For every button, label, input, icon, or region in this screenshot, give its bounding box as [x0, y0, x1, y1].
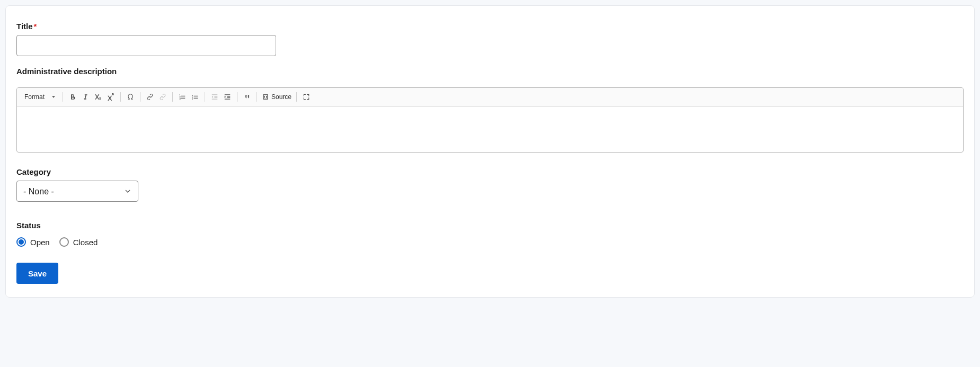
subscript-button[interactable]: [92, 91, 104, 103]
save-button[interactable]: Save: [16, 263, 58, 284]
description-label: Administrative description: [16, 67, 117, 76]
separator: [237, 92, 237, 102]
separator: [296, 92, 297, 102]
separator: [63, 92, 63, 102]
category-select[interactable]: - None -: [16, 181, 138, 202]
unlink-button[interactable]: [156, 91, 169, 103]
ordered-list-icon: [179, 93, 186, 101]
chevron-down-icon: [52, 96, 55, 98]
status-closed-radio[interactable]: Closed: [59, 237, 98, 247]
rich-text-editor: Format: [16, 87, 964, 153]
link-icon: [146, 93, 154, 101]
rte-toolbar: Format: [17, 88, 963, 106]
required-marker: *: [34, 22, 37, 31]
bold-icon: [69, 93, 76, 101]
ordered-list-button[interactable]: [176, 91, 189, 103]
special-char-button[interactable]: [124, 91, 137, 103]
indent-button[interactable]: [221, 91, 234, 103]
source-icon: [262, 93, 269, 101]
unordered-list-icon: [191, 93, 199, 101]
radio-dot-icon: [16, 237, 26, 247]
blockquote-icon: [243, 93, 251, 101]
unlink-icon: [159, 93, 166, 101]
outdent-icon: [211, 93, 218, 101]
source-label: Source: [271, 93, 292, 101]
italic-icon: [82, 93, 89, 101]
radio-dot-icon: [59, 237, 69, 247]
status-radiogroup: Open Closed: [16, 237, 964, 247]
category-select-wrap: - None -: [16, 181, 138, 202]
form-card: Title* Administrative description Format: [5, 5, 975, 298]
category-label: Category: [16, 167, 51, 176]
format-dropdown-label: Format: [24, 93, 45, 101]
category-field: Category - None -: [16, 167, 964, 202]
separator: [257, 92, 257, 102]
bold-button[interactable]: [66, 91, 79, 103]
maximize-button[interactable]: [300, 91, 313, 103]
description-field: Administrative description Format: [16, 67, 964, 153]
link-button[interactable]: [144, 91, 156, 103]
italic-button[interactable]: [79, 91, 92, 103]
status-open-radio[interactable]: Open: [16, 237, 50, 247]
maximize-icon: [303, 93, 310, 101]
format-dropdown[interactable]: Format: [20, 91, 57, 103]
omega-icon: [127, 93, 134, 101]
separator: [140, 92, 140, 102]
subscript-icon: [94, 93, 102, 101]
separator: [120, 92, 121, 102]
superscript-button[interactable]: [104, 91, 117, 103]
status-open-label: Open: [30, 238, 50, 247]
blockquote-button[interactable]: [241, 91, 253, 103]
unordered-list-button[interactable]: [189, 91, 201, 103]
status-field: Status Open Closed: [16, 221, 964, 247]
separator: [172, 92, 173, 102]
outdent-button[interactable]: [208, 91, 221, 103]
description-input[interactable]: [17, 106, 963, 152]
indent-icon: [224, 93, 231, 101]
source-button[interactable]: Source: [260, 91, 293, 103]
status-closed-label: Closed: [73, 238, 98, 247]
superscript-icon: [107, 93, 114, 101]
title-field: Title*: [16, 22, 964, 56]
title-input[interactable]: [16, 35, 276, 56]
status-label: Status: [16, 221, 41, 230]
title-label: Title*: [16, 22, 37, 31]
title-label-text: Title: [16, 22, 33, 31]
separator: [205, 92, 205, 102]
